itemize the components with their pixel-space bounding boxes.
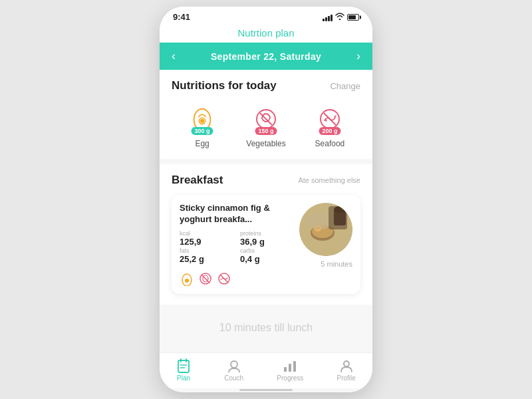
plan-nav-label: Plan [177, 374, 190, 382]
svg-rect-22 [178, 360, 189, 372]
progress-icon [283, 358, 297, 373]
meal-image [299, 203, 352, 256]
status-bar: 9:41 [160, 7, 372, 25]
signal-icon [323, 13, 332, 21]
change-button[interactable]: Change [330, 81, 360, 91]
proteins-block: proteins 36,9 g [240, 231, 293, 247]
carbs-label: carbs [240, 248, 293, 254]
profile-nav-label: Profile [337, 374, 356, 382]
svg-point-27 [231, 361, 237, 368]
kcal-value: 125,9 [180, 237, 232, 247]
veg-badge: 150 g [255, 127, 277, 135]
proteins-label: proteins [240, 231, 293, 237]
app-title: Nutrtion plan [160, 25, 372, 43]
seafood-label: Seafood [315, 139, 345, 148]
prev-date-button[interactable]: ‹ [172, 49, 176, 63]
egg-label: Egg [195, 139, 209, 148]
meal-card[interactable]: Sticky cinnamon fig & yoghurt breakfa...… [172, 195, 360, 294]
nutrition-egg: 300 g Egg [185, 102, 219, 148]
nutritions-section: Nutritions for today Change 300 g [160, 70, 372, 159]
meal-tag-seafood-icon [217, 271, 231, 286]
home-indicator [160, 388, 372, 392]
svg-point-20 [315, 225, 321, 231]
meal-name: Sticky cinnamon fig & yoghurt breakfa... [180, 203, 293, 225]
breakfast-section: Breakfast Ate something else Sticky cinn… [160, 164, 372, 305]
plan-icon [176, 358, 191, 373]
svg-rect-29 [289, 364, 291, 372]
progress-nav-label: Progress [277, 374, 303, 382]
svg-rect-30 [293, 361, 296, 372]
lunch-separator: 10 minutes till lunch [160, 310, 372, 340]
meal-image-wrap: 5 minutes [299, 203, 352, 268]
carbs-block: carbs 0,4 g [240, 248, 293, 265]
kcal-block: kcal 125,9 [180, 231, 232, 247]
nav-couch[interactable]: Couch [217, 358, 250, 382]
svg-point-21 [316, 226, 320, 230]
egg-icon-wrap: 300 g [185, 102, 219, 136]
carbs-value: 0,4 g [240, 254, 293, 265]
nutritions-title: Nutritions for today [172, 79, 277, 92]
meal-macros: kcal 125,9 proteins 36,9 g fats 25,2 g [180, 231, 293, 265]
meal-image-placeholder [299, 203, 352, 256]
next-date-button[interactable]: › [356, 49, 360, 63]
ate-something-button[interactable]: Ate something else [298, 176, 360, 184]
fats-label: fats [180, 248, 232, 254]
meal-tag-egg-icon [180, 271, 194, 286]
home-bar [239, 389, 293, 391]
scroll-area: Nutritions for today Change 300 g [160, 70, 372, 352]
status-time: 9:41 [173, 12, 190, 22]
svg-point-9 [185, 279, 189, 283]
nutrition-items: 300 g Egg 150 g Vegetables [172, 102, 360, 148]
veg-label: Vegetables [246, 139, 285, 148]
meal-tags [180, 271, 293, 286]
meal-time: 5 minutes [321, 260, 352, 268]
nutritions-header: Nutritions for today Change [172, 79, 360, 92]
veg-icon-wrap: 150 g [249, 102, 283, 136]
proteins-value: 36,9 g [240, 237, 293, 247]
food-illustration [299, 203, 352, 256]
breakfast-header: Breakfast Ate something else [172, 174, 360, 187]
battery-icon [347, 14, 359, 21]
nav-plan[interactable]: Plan [170, 358, 198, 382]
egg-badge: 300 g [192, 127, 213, 135]
meal-info: Sticky cinnamon fig & yoghurt breakfa...… [180, 203, 293, 286]
seafood-badge: 200 g [319, 127, 340, 135]
bottom-nav: Plan Couch Progress [160, 352, 372, 388]
fats-block: fats 25,2 g [180, 248, 232, 265]
couch-icon [227, 358, 241, 373]
svg-point-17 [312, 225, 333, 238]
svg-rect-18 [334, 209, 346, 225]
svg-point-19 [334, 206, 346, 213]
svg-rect-28 [284, 367, 287, 372]
wifi-icon [335, 13, 344, 21]
breakfast-title: Breakfast [172, 174, 223, 187]
svg-point-31 [344, 361, 349, 366]
kcal-label: kcal [180, 231, 232, 237]
nutrition-vegetables: 150 g Vegetables [246, 102, 285, 148]
nutrition-seafood: 200 g Seafood [313, 102, 347, 148]
couch-nav-label: Couch [224, 374, 243, 382]
meal-tag-veg-icon [198, 271, 213, 286]
fats-value: 25,2 g [180, 254, 232, 265]
seafood-icon-wrap: 200 g [313, 102, 347, 136]
status-icons [323, 13, 359, 21]
nav-profile[interactable]: Profile [331, 358, 362, 382]
date-label: September 22, Saturday [211, 51, 321, 62]
svg-point-2 [200, 119, 204, 123]
svg-point-7 [325, 120, 327, 122]
date-bar: ‹ September 22, Saturday › [160, 43, 372, 70]
profile-icon [339, 358, 354, 373]
nav-progress[interactable]: Progress [270, 358, 310, 382]
spacer [160, 340, 372, 352]
